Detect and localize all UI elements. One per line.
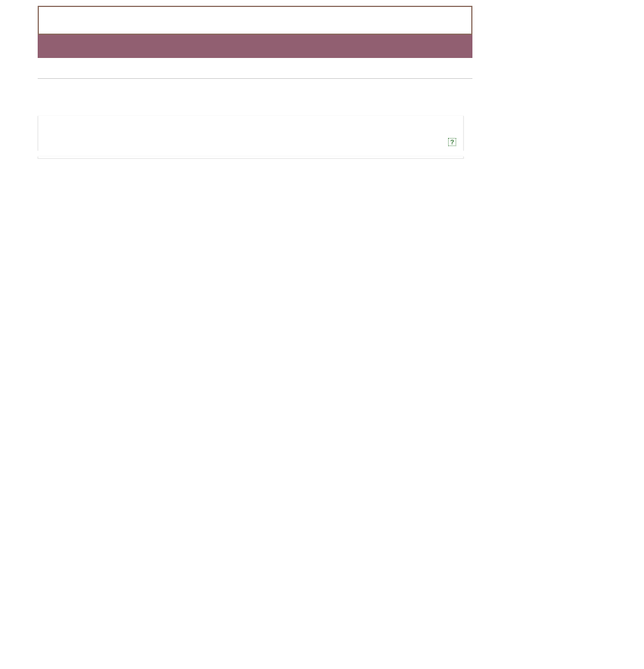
columns-header: ? <box>38 134 463 151</box>
col-count-wrap: ? <box>447 134 456 147</box>
search-bar <box>38 6 472 35</box>
panel-title <box>38 116 463 134</box>
help-icon[interactable]: ? <box>448 138 456 146</box>
low-freq-panel <box>38 157 464 159</box>
filter-radio-bar <box>38 35 472 58</box>
top-results-panel: ? <box>38 116 464 151</box>
device-tabs <box>38 78 472 101</box>
search-input[interactable] <box>45 11 465 30</box>
